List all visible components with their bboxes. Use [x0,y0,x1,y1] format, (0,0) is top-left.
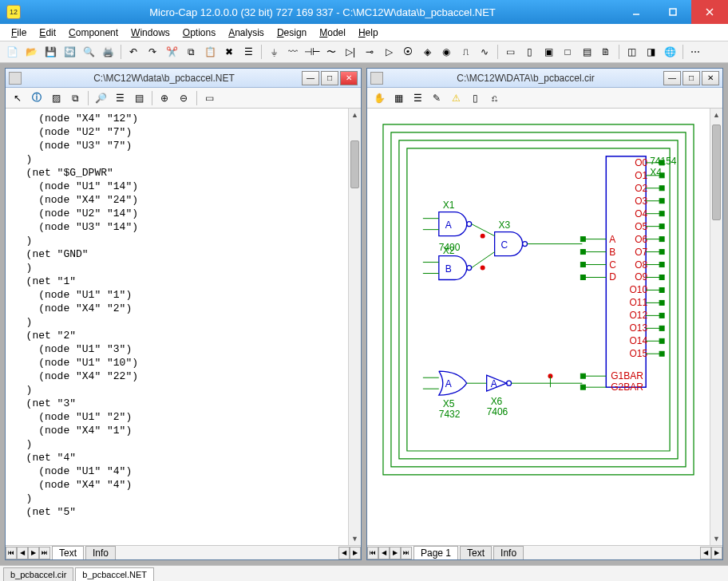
new-file-icon[interactable]: 📄 [3,43,21,61]
source-icon[interactable]: ⦿ [399,43,417,61]
layout2-icon[interactable]: ◨ [642,43,659,61]
save-icon[interactable]: 💾 [42,43,59,61]
menu-component[interactable]: Component [62,26,125,40]
edit-icon[interactable]: ✎ [428,89,445,107]
undo-icon[interactable]: ↶ [125,43,142,61]
file-tab-net[interactable]: b_pcbaccel.NET [75,567,154,581]
cir-scroll-thumb[interactable] [712,125,721,220]
warning-icon[interactable]: ⚠ [447,89,465,107]
hscroll-right-icon[interactable]: ▶ [350,547,361,559]
inductor-icon[interactable]: 〜 [322,43,340,61]
tab-prev-icon[interactable]: ◀ [17,547,28,559]
diode-icon[interactable]: ▷| [342,43,359,61]
menu-file[interactable]: File [5,26,33,40]
menu-edit[interactable]: Edit [33,26,62,40]
cir-tab-first-icon[interactable]: ⏮ [367,547,378,559]
tab-text2[interactable]: Text [460,546,492,559]
sheet-icon[interactable]: ▯ [466,89,484,107]
isource-icon[interactable]: ◈ [418,43,436,61]
copy-icon[interactable]: ⧉ [182,43,200,61]
zoom-out-icon[interactable]: ⊖ [175,89,192,107]
cir-tab-next-icon[interactable]: ▶ [390,547,401,559]
revert-icon[interactable]: 🔄 [61,43,78,61]
paste-icon[interactable]: 📋 [201,43,219,61]
ground-icon[interactable]: ⏚ [265,43,283,61]
cir-minimize-button[interactable]: — [663,71,681,85]
page-icon[interactable]: ▭ [200,89,218,107]
menu-help[interactable]: Help [352,26,385,40]
cir-vscrollbar[interactable]: ▲ ▼ [710,109,722,545]
menu-windows[interactable]: Windows [125,26,176,40]
layout1-icon[interactable]: ◫ [623,43,640,61]
scroll-down-icon[interactable]: ▼ [349,532,361,545]
cir-tab-last-icon[interactable]: ⏭ [401,547,412,559]
hatch-icon[interactable]: ▨ [47,89,65,107]
window1-icon[interactable]: □ [559,43,576,61]
net-close-button[interactable]: ✕ [340,71,358,85]
grid2-icon[interactable]: ☰ [409,89,426,107]
menu-analysis[interactable]: Analysis [222,26,271,40]
scroll-up-icon[interactable]: ▲ [349,109,361,121]
scroll-thumb[interactable] [350,140,359,188]
vsource-icon[interactable]: ◉ [437,43,455,61]
probe-icon[interactable]: ⎌ [485,89,503,107]
calc-icon[interactable]: 🗎 [597,43,615,61]
tab-last-icon[interactable]: ⏭ [39,547,50,559]
minimize-button[interactable] [618,0,655,24]
tile-h-icon[interactable]: ▭ [501,43,519,61]
menu-options[interactable]: Options [176,26,222,40]
window2-icon[interactable]: ▤ [578,43,595,61]
info-icon[interactable]: ⓘ [28,89,46,107]
redo-icon[interactable]: ↷ [144,43,161,61]
select-all-icon[interactable]: ☰ [239,43,257,61]
pulse-icon[interactable]: ⎍ [457,43,474,61]
transistor-icon[interactable]: ⊸ [361,43,378,61]
cir-hscroll-right-icon[interactable]: ▶ [711,547,722,559]
tab-info[interactable]: Info [85,546,116,559]
tab-info2[interactable]: Info [493,546,524,559]
cir-scroll-up-icon[interactable]: ▲ [710,109,722,121]
net-minimize-button[interactable]: — [302,71,319,85]
list-icon[interactable]: ☰ [111,89,129,107]
net-text-content[interactable]: (node "X4" "12") (node "U2" "7") (node "… [6,109,348,545]
cir-close-button[interactable]: ✕ [702,71,719,85]
copy2-icon[interactable]: ⧉ [66,89,84,107]
zoom-in-icon[interactable]: ⊕ [156,89,173,107]
tile-v-icon[interactable]: ▯ [520,43,538,61]
sine-icon[interactable]: ∿ [476,43,493,61]
tab-text[interactable]: Text [52,546,84,559]
cut-icon[interactable]: ✂️ [163,43,180,61]
extra-icon[interactable]: ⋯ [686,43,704,61]
cir-tab-prev-icon[interactable]: ◀ [378,547,390,559]
cir-titlebar[interactable]: C:\MC12W\DATA\b_pcbaccel.cir — □ ✕ [367,69,722,88]
filter-icon[interactable]: ▤ [130,89,148,107]
hscroll-left-icon[interactable]: ◀ [338,547,350,559]
tab-page1[interactable]: Page 1 [413,546,458,559]
menu-model[interactable]: Model [313,26,352,40]
close-button[interactable] [691,0,728,24]
tab-next-icon[interactable]: ▶ [28,547,39,559]
cascade-icon[interactable]: ▣ [540,43,557,61]
globe-icon[interactable]: 🌐 [661,43,679,61]
net-titlebar[interactable]: C:\MC12W\data\b_pcbaccel.NET — □ ✕ [6,69,361,88]
net-maximize-button[interactable]: □ [321,71,338,85]
pan-icon[interactable]: ✋ [370,89,388,107]
tab-first-icon[interactable]: ⏮ [6,547,17,559]
preview-icon[interactable]: 🔍 [80,43,97,61]
cir-scroll-down-icon[interactable]: ▼ [710,532,722,545]
menu-design[interactable]: Design [271,26,313,40]
cir-hscroll-left-icon[interactable]: ◀ [700,547,711,559]
maximize-button[interactable] [655,0,691,24]
capacitor-icon[interactable]: ⊣⊢ [303,43,321,61]
delete-icon[interactable]: ✖ [220,43,238,61]
cir-maximize-button[interactable]: □ [682,71,700,85]
find-icon[interactable]: 🔎 [92,89,109,107]
schematic-canvas[interactable]: 74154 X4 O0 O1 O2 O3 O4 O5 O6 O7 O8 O9 [367,109,710,545]
grid1-icon[interactable]: ▦ [390,89,407,107]
open-file-icon[interactable]: 📂 [22,43,40,61]
opamp-icon[interactable]: ▷ [380,43,398,61]
net-vscrollbar[interactable]: ▲ ▼ [348,109,361,545]
file-tab-cir[interactable]: b_pcbaccel.cir [3,567,73,581]
resistor-icon[interactable]: 〰 [284,43,302,61]
cursor-icon[interactable]: ↖ [9,89,26,107]
